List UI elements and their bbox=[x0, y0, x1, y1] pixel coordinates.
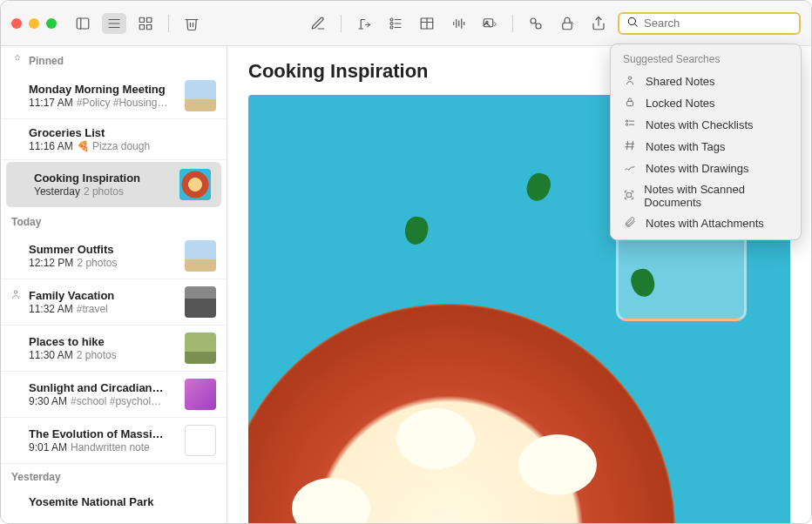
suggestion-label: Notes with Checklists bbox=[646, 118, 754, 131]
toolbar bbox=[1, 1, 811, 46]
suggestion-scan[interactable]: Notes with Scanned Documents bbox=[611, 179, 801, 212]
note-text: Monday Morning Meeting11:17 AM#Policy #H… bbox=[29, 83, 178, 109]
svg-point-30 bbox=[628, 17, 635, 24]
notes-list[interactable]: Pinned Monday Morning Meeting11:17 AM#Po… bbox=[1, 46, 227, 523]
note-list-item[interactable]: Summer Outfits12:12 PM2 photos bbox=[1, 233, 227, 279]
close-button[interactable] bbox=[11, 18, 22, 29]
section-label: Yesterday bbox=[11, 471, 61, 483]
note-text: Family Vacation11:32 AM#travel bbox=[29, 289, 178, 315]
suggestion-shared[interactable]: Shared Notes bbox=[611, 71, 801, 92]
note-text: Sunlight and Circadian…9:30 AM#school #p… bbox=[29, 381, 178, 407]
link-button[interactable] bbox=[524, 13, 548, 34]
note-thumbnail bbox=[185, 333, 216, 364]
svg-point-13 bbox=[390, 26, 393, 29]
svg-rect-5 bbox=[139, 17, 144, 22]
minimize-button[interactable] bbox=[29, 18, 39, 29]
search-input[interactable] bbox=[644, 17, 792, 30]
note-item-title: Groceries List bbox=[29, 126, 216, 139]
shared-icon bbox=[623, 74, 637, 89]
section-label: Today bbox=[11, 216, 41, 228]
suggestion-lock[interactable]: Locked Notes bbox=[611, 92, 801, 114]
svg-line-39 bbox=[627, 141, 628, 149]
svg-point-9 bbox=[390, 18, 393, 21]
note-item-meta: 12:12 PM2 photos bbox=[29, 257, 178, 269]
note-list-item[interactable]: Places to hike11:30 AM2 photos bbox=[1, 326, 227, 372]
note-list-item[interactable]: Monday Morning Meeting11:17 AM#Policy #H… bbox=[1, 73, 227, 119]
svg-rect-7 bbox=[139, 24, 144, 29]
table-button[interactable] bbox=[415, 13, 439, 34]
list-view-button[interactable] bbox=[102, 13, 126, 34]
svg-rect-6 bbox=[147, 17, 152, 22]
note-item-meta: 11:16 AM🍕 Pizza dough bbox=[29, 140, 216, 152]
suggestions-header: Suggested Searches bbox=[611, 50, 801, 71]
delete-button[interactable] bbox=[179, 13, 204, 34]
svg-rect-8 bbox=[147, 24, 152, 29]
search-field[interactable] bbox=[618, 12, 801, 35]
checklist-button[interactable] bbox=[383, 13, 408, 34]
svg-point-32 bbox=[14, 291, 17, 294]
note-item-title: The Evolution of Massi… bbox=[29, 427, 178, 440]
note-item-meta: 11:32 AM#travel bbox=[29, 303, 178, 315]
svg-rect-34 bbox=[627, 101, 633, 105]
note-item-title: Summer Outfits bbox=[29, 243, 178, 256]
grid-view-button[interactable] bbox=[133, 13, 158, 34]
note-text: Cooking InspirationYesterday2 photos bbox=[34, 171, 173, 198]
notes-window: Pinned Monday Morning Meeting11:17 AM#Po… bbox=[0, 0, 812, 524]
note-item-title: Family Vacation bbox=[29, 289, 178, 302]
svg-line-27 bbox=[535, 23, 537, 24]
share-button[interactable] bbox=[586, 13, 611, 34]
note-item-title: Yosemite National Park bbox=[29, 495, 216, 508]
lock-button[interactable] bbox=[555, 13, 579, 34]
checklist-icon bbox=[623, 118, 637, 132]
suggestion-drawing[interactable]: Notes with Drawings bbox=[611, 158, 801, 179]
note-item-meta: 11:30 AM2 photos bbox=[29, 349, 178, 361]
audio-button[interactable] bbox=[446, 13, 470, 34]
svg-point-33 bbox=[628, 77, 632, 80]
note-item-meta bbox=[29, 509, 216, 521]
today-section-header: Today bbox=[1, 209, 227, 233]
note-text: Places to hike11:30 AM2 photos bbox=[29, 335, 178, 361]
suggestion-attachment[interactable]: Notes with Attachments bbox=[611, 212, 801, 234]
note-list-item[interactable]: Groceries List11:16 AM🍕 Pizza dough bbox=[1, 119, 227, 160]
maximize-button[interactable] bbox=[46, 18, 57, 29]
note-thumbnail bbox=[185, 379, 216, 410]
svg-point-35 bbox=[626, 120, 627, 122]
pinned-section-header: Pinned bbox=[1, 46, 227, 73]
suggestion-label: Shared Notes bbox=[646, 75, 715, 88]
toggle-sidebar-button[interactable] bbox=[71, 13, 95, 34]
section-label: Pinned bbox=[29, 55, 64, 67]
pin-icon bbox=[11, 53, 24, 68]
suggestion-label: Notes with Attachments bbox=[646, 217, 764, 230]
drawing-icon bbox=[623, 161, 637, 176]
note-item-meta: 9:01 AMHandwritten note bbox=[29, 441, 178, 453]
separator bbox=[512, 15, 513, 32]
suggestion-tag[interactable]: Notes with Tags bbox=[611, 136, 801, 158]
note-list-item[interactable]: Family Vacation11:32 AM#travel bbox=[1, 279, 227, 326]
note-item-title: Monday Morning Meeting bbox=[29, 83, 178, 96]
attachment-icon bbox=[623, 216, 637, 231]
separator bbox=[168, 15, 169, 32]
new-note-button[interactable] bbox=[306, 13, 330, 34]
format-button[interactable] bbox=[352, 13, 376, 34]
svg-rect-0 bbox=[77, 18, 89, 29]
tag-icon bbox=[623, 139, 637, 154]
note-thumbnail bbox=[185, 425, 216, 456]
note-item-meta: 11:17 AM#Policy #Housing… bbox=[29, 97, 178, 109]
suggestion-label: Notes with Drawings bbox=[646, 162, 749, 175]
note-list-item[interactable]: The Evolution of Massi…9:01 AMHandwritte… bbox=[1, 418, 227, 464]
suggestion-label: Notes with Scanned Documents bbox=[644, 183, 788, 209]
note-list-item[interactable]: Yosemite National Park bbox=[1, 488, 227, 523]
note-text: Yosemite National Park bbox=[29, 495, 216, 521]
suggested-searches-popover: Suggested Searches Shared NotesLocked No… bbox=[610, 44, 802, 240]
svg-line-31 bbox=[635, 24, 638, 26]
note-thumbnail bbox=[185, 286, 216, 318]
suggestion-label: Locked Notes bbox=[646, 97, 715, 110]
media-button[interactable] bbox=[477, 13, 502, 34]
note-list-item[interactable]: Sunlight and Circadian…9:30 AM#school #p… bbox=[1, 372, 227, 418]
search-icon bbox=[626, 16, 639, 31]
suggestion-checklist[interactable]: Notes with Checklists bbox=[611, 114, 801, 136]
note-thumbnail bbox=[185, 240, 216, 272]
scan-icon bbox=[623, 189, 635, 204]
note-list-item[interactable]: Cooking InspirationYesterday2 photos bbox=[6, 162, 221, 207]
suggestion-label: Notes with Tags bbox=[646, 140, 726, 153]
